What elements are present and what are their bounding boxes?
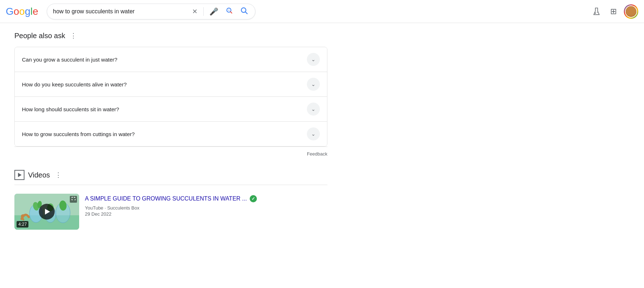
clear-button[interactable]: ✕ bbox=[191, 6, 199, 17]
faq-item[interactable]: How do you keep succulents alive in wate… bbox=[15, 72, 327, 97]
video-source: YouTube · Succulents Box bbox=[85, 205, 331, 211]
search-input[interactable] bbox=[53, 8, 187, 15]
logo-letter-g: G bbox=[6, 6, 14, 17]
search-divider bbox=[203, 7, 204, 16]
paa-title: People also ask bbox=[14, 32, 65, 40]
microphone-icon: 🎤 bbox=[209, 7, 218, 16]
chevron-down-icon: ⌄ bbox=[311, 131, 316, 137]
feedback-link[interactable]: Feedback bbox=[307, 151, 327, 157]
paa-more-menu[interactable]: ⋮ bbox=[69, 30, 78, 41]
faq-question: How long should succulents sit in water? bbox=[22, 106, 119, 112]
faq-question: How to grow succulents from cuttings in … bbox=[22, 131, 135, 137]
svg-point-1 bbox=[228, 9, 230, 11]
faq-list: Can you grow a succulent in just water? … bbox=[14, 47, 327, 147]
fullscreen-icon bbox=[70, 196, 77, 203]
search-button[interactable] bbox=[239, 5, 249, 18]
people-also-ask-section: People also ask ⋮ Can you grow a succule… bbox=[14, 30, 331, 158]
voice-search-button[interactable]: 🎤 bbox=[208, 6, 220, 17]
faq-question: Can you grow a succulent in just water? bbox=[22, 57, 117, 63]
play-triangle-icon bbox=[18, 173, 22, 177]
google-logo: G o o g l e bbox=[6, 6, 38, 17]
svg-point-2 bbox=[241, 8, 246, 12]
faq-item[interactable]: How long should succulents sit in water?… bbox=[15, 97, 327, 122]
verified-icon: ✓ bbox=[250, 195, 257, 202]
logo-letter-g2: g bbox=[25, 6, 31, 17]
play-icon bbox=[45, 209, 50, 215]
video-date: 29 Dec 2022 bbox=[85, 211, 331, 217]
chevron-down-icon: ⌄ bbox=[311, 106, 316, 112]
expand-button[interactable]: ⌄ bbox=[307, 53, 320, 66]
apps-button[interactable]: ⊞ bbox=[609, 5, 618, 18]
duration-badge: 4:27 bbox=[17, 221, 28, 228]
logo-letter-e: e bbox=[33, 6, 38, 17]
video-title: A SIMPLE GUIDE TO GROWING SUCCULENTS IN … bbox=[85, 195, 247, 202]
logo-letter-o1: o bbox=[14, 6, 19, 17]
video-info: A SIMPLE GUIDE TO GROWING SUCCULENTS IN … bbox=[85, 194, 331, 217]
lens-icon bbox=[226, 7, 233, 16]
expand-button[interactable]: ⌄ bbox=[307, 78, 320, 91]
video-title-link[interactable]: A SIMPLE GUIDE TO GROWING SUCCULENTS IN … bbox=[85, 195, 331, 202]
feedback-row: Feedback bbox=[14, 148, 327, 158]
videos-section: Videos ⋮ bbox=[14, 170, 331, 233]
clear-icon: ✕ bbox=[192, 8, 198, 15]
chevron-down-icon: ⌄ bbox=[311, 81, 316, 87]
grid-icon: ⊞ bbox=[610, 7, 617, 16]
search-icon-group: ✕ 🎤 bbox=[191, 5, 249, 18]
avatar-ring[interactable] bbox=[624, 4, 638, 19]
avatar-face bbox=[626, 6, 636, 17]
expand-button[interactable]: ⌄ bbox=[307, 103, 320, 116]
video-item: 4:27 A SIMPLE GUIDE TO GROWING SUCCULENT… bbox=[14, 191, 331, 233]
videos-title: Videos bbox=[28, 171, 50, 179]
faq-item[interactable]: Can you grow a succulent in just water? … bbox=[15, 47, 327, 72]
search-icon bbox=[240, 6, 248, 17]
svg-point-3 bbox=[595, 12, 596, 13]
labs-icon[interactable] bbox=[590, 5, 603, 18]
header-right: ⊞ bbox=[590, 4, 638, 19]
chevron-down-icon: ⌄ bbox=[311, 57, 316, 62]
paa-header: People also ask ⋮ bbox=[14, 30, 331, 41]
faq-item[interactable]: How to grow succulents from cuttings in … bbox=[15, 122, 327, 146]
lens-button[interactable] bbox=[224, 5, 234, 17]
logo-letter-o2: o bbox=[19, 6, 25, 17]
play-button[interactable] bbox=[39, 204, 55, 220]
checkmark-icon: ✓ bbox=[251, 196, 255, 201]
header: G o o g l e ✕ 🎤 bbox=[0, 0, 644, 23]
faq-question: How do you keep succulents alive in wate… bbox=[22, 81, 127, 87]
more-menu-icon: ⋮ bbox=[55, 171, 62, 179]
videos-more-menu[interactable]: ⋮ bbox=[54, 170, 63, 180]
video-section-icon bbox=[14, 170, 24, 180]
main-content: People also ask ⋮ Can you grow a succule… bbox=[0, 23, 345, 240]
avatar bbox=[625, 5, 637, 18]
faq-bottom-divider bbox=[14, 147, 327, 147]
more-menu-icon: ⋮ bbox=[70, 32, 77, 40]
svg-point-4 bbox=[597, 12, 598, 13]
videos-header: Videos ⋮ bbox=[14, 170, 327, 185]
search-bar: ✕ 🎤 bbox=[47, 4, 255, 19]
expand-button[interactable]: ⌄ bbox=[307, 127, 320, 140]
video-thumbnail[interactable]: 4:27 bbox=[14, 194, 79, 230]
